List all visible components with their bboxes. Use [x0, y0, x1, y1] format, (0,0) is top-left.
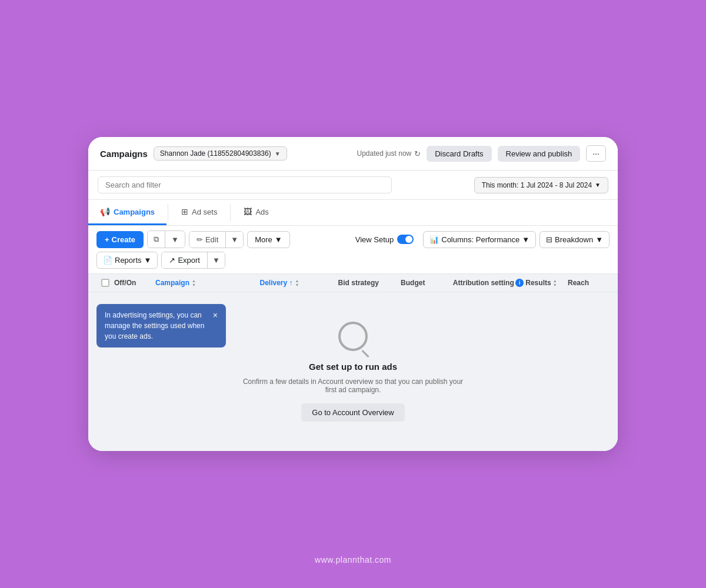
- more-button[interactable]: More ▼: [247, 231, 290, 248]
- updated-text: Updated just now ↻: [357, 149, 421, 158]
- empty-state-subtitle: Confirm a few details in Account overvie…: [241, 377, 465, 394]
- account-selector[interactable]: Shannon Jade (118552804903836) ▼: [154, 146, 287, 161]
- date-filter[interactable]: This month: 1 Jul 2024 - 8 Jul 2024 ▼: [474, 177, 608, 193]
- account-selector-chevron: ▼: [275, 151, 281, 157]
- tooltip-box: In advertising settings, you can manage …: [96, 304, 226, 348]
- breakdown-grid-icon: ⊟: [546, 235, 552, 244]
- header-right: Updated just now ↻ Discard Drafts Review…: [357, 145, 607, 162]
- campaigns-icon: 📢: [100, 207, 110, 216]
- create-plus-icon: +: [105, 235, 109, 244]
- export-label: Export: [178, 256, 200, 265]
- tab-row: 📢 Campaigns ⊞ Ad sets 🖼 Ads: [88, 200, 618, 226]
- export-icon: ↗: [169, 256, 175, 265]
- tooltip-close-button[interactable]: ×: [213, 310, 218, 320]
- tab-campaigns[interactable]: 📢 Campaigns: [88, 200, 166, 225]
- th-campaign[interactable]: Campaign ▲▼: [155, 279, 259, 287]
- tab-ads-label: Ads: [255, 208, 268, 216]
- date-filter-text: This month: 1 Jul 2024 - 8 Jul 2024: [482, 181, 592, 189]
- tab-adsets[interactable]: ⊞ Ad sets: [169, 200, 229, 225]
- date-filter-chevron: ▼: [595, 182, 601, 188]
- refresh-icon[interactable]: ↻: [414, 149, 421, 158]
- more-chevron-icon: ▼: [275, 235, 282, 244]
- discard-drafts-button[interactable]: Discard Drafts: [427, 146, 491, 162]
- header-bar: Campaigns Shannon Jade (118552804903836)…: [88, 137, 618, 171]
- empty-state: Get set up to run ads Confirm a few deta…: [229, 304, 477, 439]
- results-info-icon[interactable]: i: [515, 279, 524, 287]
- adsets-icon: ⊞: [181, 207, 188, 216]
- th-checkbox[interactable]: [96, 279, 114, 287]
- tab-campaigns-label: Campaigns: [114, 208, 155, 216]
- page-background: Campaigns Shannon Jade (118552804903836)…: [0, 0, 706, 588]
- tab-divider-1: [168, 204, 168, 222]
- view-setup-toggle[interactable]: [397, 235, 414, 244]
- view-setup-label: View Setup: [355, 235, 394, 244]
- copy-chevron-button[interactable]: ▼: [165, 232, 185, 248]
- ads-icon: 🖼: [244, 207, 252, 216]
- empty-state-title: Get set up to run ads: [309, 362, 397, 372]
- export-button[interactable]: ↗ Export: [162, 252, 208, 268]
- watermark: www.plannthat.com: [315, 555, 391, 564]
- search-bar: This month: 1 Jul 2024 - 8 Jul 2024 ▼: [88, 171, 618, 200]
- th-delivery[interactable]: Delivery ↑ ▲▼: [259, 279, 338, 287]
- account-overview-button[interactable]: Go to Account Overview: [301, 403, 404, 422]
- edit-button[interactable]: ✏ Edit: [189, 232, 226, 248]
- tab-ads[interactable]: 🖼 Ads: [232, 200, 280, 225]
- breakdown-chevron-icon: ▼: [595, 235, 603, 244]
- header-more-button[interactable]: ···: [586, 145, 606, 162]
- columns-label: Columns: Performance: [441, 235, 519, 244]
- columns-chart-icon: 📊: [429, 235, 439, 244]
- header-left: Campaigns Shannon Jade (118552804903836)…: [100, 146, 287, 161]
- columns-button[interactable]: 📊 Columns: Performance ▼: [423, 231, 536, 248]
- export-button-group: ↗ Export ▼: [161, 252, 225, 269]
- breakdown-label: Breakdown: [555, 235, 593, 244]
- th-reach: Reach: [568, 279, 610, 287]
- th-offon: Off/On: [114, 279, 155, 287]
- view-setup-button[interactable]: View Setup: [349, 231, 420, 248]
- tab-divider-2: [230, 204, 231, 222]
- edit-button-group: ✏ Edit ▼: [189, 231, 244, 248]
- copy-button-group: ⧉ ▼: [147, 230, 185, 248]
- toolbar-row: + Create ⧉ ▼ ✏ Edit ▼ More ▼ View Setu: [88, 226, 618, 274]
- reports-chevron-icon: ▼: [144, 256, 152, 265]
- edit-chevron-button[interactable]: ▼: [226, 232, 243, 248]
- tab-adsets-label: Ad sets: [192, 208, 217, 216]
- table-header: Off/On Campaign ▲▼ Delivery ↑ ▲▼ Bid str…: [88, 274, 618, 292]
- select-all-checkbox[interactable]: [101, 279, 109, 287]
- reports-button[interactable]: 📄 Reports ▼: [96, 252, 158, 269]
- th-bid-strategy: Bid strategy: [338, 279, 401, 287]
- columns-chevron-icon: ▼: [522, 235, 530, 244]
- page-title: Campaigns: [100, 149, 148, 159]
- campaign-sort-icon: ▲▼: [192, 279, 196, 287]
- th-attribution: Attribution setting: [453, 279, 515, 287]
- breakdown-button[interactable]: ⊟ Breakdown ▼: [540, 231, 610, 248]
- tooltip-text: In advertising settings, you can manage …: [105, 310, 208, 342]
- delivery-sort-icon: ▲▼: [295, 279, 299, 287]
- account-name: Shannon Jade (118552804903836): [160, 149, 271, 158]
- th-results: i Results ▲▼: [515, 279, 568, 287]
- copy-button[interactable]: ⧉: [148, 231, 165, 248]
- reports-label: Reports: [115, 256, 142, 265]
- reports-doc-icon: 📄: [103, 256, 112, 265]
- empty-search-icon: [338, 322, 368, 351]
- pencil-icon: ✏: [197, 235, 203, 244]
- create-button[interactable]: + Create: [96, 231, 144, 248]
- export-chevron-button[interactable]: ▼: [208, 252, 225, 268]
- results-sort-icon: ▲▼: [553, 279, 557, 287]
- more-label: More: [255, 235, 272, 244]
- table-content: In advertising settings, you can manage …: [88, 292, 618, 451]
- review-publish-button[interactable]: Review and publish: [498, 146, 581, 162]
- search-input[interactable]: [98, 176, 392, 193]
- main-card: Campaigns Shannon Jade (118552804903836)…: [88, 137, 618, 451]
- th-budget: Budget: [401, 279, 453, 287]
